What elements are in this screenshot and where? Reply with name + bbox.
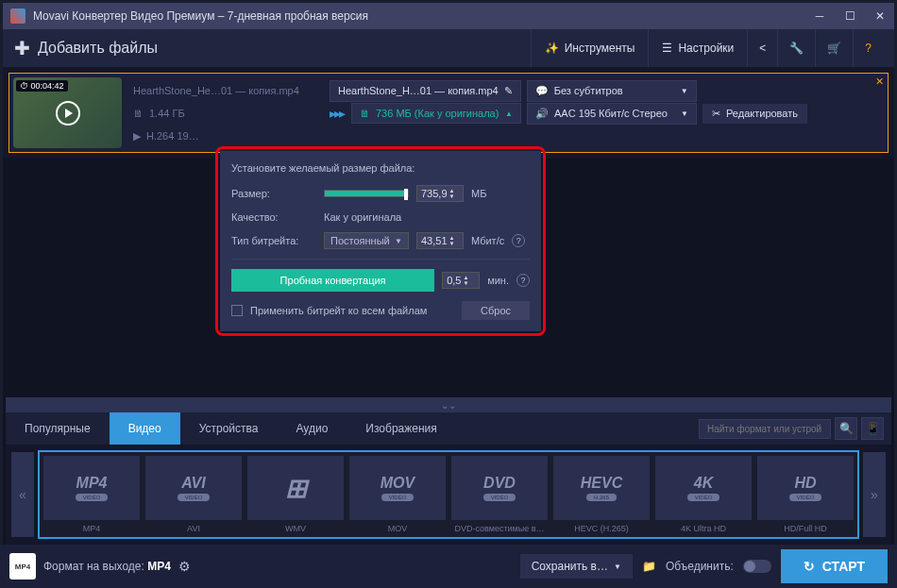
- refresh-icon: ↻: [804, 559, 815, 574]
- output-format-label: Формат на выходе: MP4: [43, 560, 171, 573]
- output-settings-button[interactable]: ⚙: [178, 559, 191, 574]
- format-card-avi[interactable]: AVIVIDEOAVI: [145, 456, 242, 533]
- arrows-icon: ▸▸▸: [330, 106, 344, 121]
- search-icon: 🔍: [839, 422, 854, 435]
- hamburger-icon: ☰: [662, 42, 672, 55]
- merge-toggle[interactable]: [743, 560, 771, 573]
- format-card-4k[interactable]: 4KVIDEO4K Ultra HD: [655, 456, 752, 533]
- subtitle-icon: 💬: [535, 85, 549, 97]
- edit-button[interactable]: ✂ Редактировать: [702, 104, 807, 124]
- quality-value: Как у оригинала: [324, 211, 401, 223]
- footer: MP4 Формат на выходе: MP4 ⚙ Сохранить в……: [0, 545, 897, 588]
- help-icon[interactable]: ?: [512, 234, 525, 247]
- plus-icon: ✚: [14, 37, 30, 59]
- chevron-down-icon: ⌄⌄: [441, 400, 456, 411]
- scroll-left-button[interactable]: «: [11, 452, 34, 537]
- save-to-select[interactable]: Сохранить в… ▼: [520, 554, 633, 579]
- add-files-label: Добавить файлы: [38, 40, 158, 57]
- format-card-dvd[interactable]: DVDVIDEODVD-совместимые в…: [451, 456, 548, 533]
- source-filename: HearthStone_He…01 — копия.mp4: [133, 85, 322, 96]
- tab-devices[interactable]: Устройства: [180, 412, 278, 445]
- output-filename[interactable]: HearthStone_H…01 — копия.mp4 ✎: [330, 80, 521, 102]
- scroll-right-button[interactable]: »: [863, 452, 886, 537]
- duration-badge: ⏱ 00:04:42: [16, 80, 68, 92]
- source-size: 🗎1.44 ГБ: [133, 108, 322, 119]
- format-card-mp4[interactable]: MP4VIDEOMP4: [43, 456, 140, 533]
- output-size-select[interactable]: 🗎 736 МБ (Как у оригинала) ▲: [351, 103, 521, 124]
- apply-all-checkbox[interactable]: [231, 305, 243, 316]
- wand-icon: ✨: [545, 42, 559, 55]
- bitrate-input[interactable]: 43,51▲▼: [416, 232, 464, 249]
- format-card-mov[interactable]: MOVVIDEOMOV: [349, 456, 446, 533]
- speaker-icon: 🔊: [535, 108, 549, 120]
- reset-button[interactable]: Сброс: [462, 301, 530, 320]
- quality-label: Качество:: [231, 211, 316, 223]
- help-icon: ?: [865, 42, 872, 55]
- merge-label: Объединить:: [666, 560, 734, 573]
- trial-duration-input[interactable]: 0,5▲▼: [442, 272, 480, 289]
- bitrate-type-label: Тип битрейта:: [231, 235, 316, 246]
- chevron-down-icon: ▼: [681, 87, 688, 95]
- file-icon: 🗎: [133, 108, 144, 119]
- search-button[interactable]: 🔍: [835, 417, 857, 440]
- size-label: Размер:: [231, 188, 316, 199]
- window-title: Movavi Конвертер Видео Премиум – 7-дневн…: [33, 9, 813, 23]
- duration-unit: мин.: [487, 275, 509, 286]
- close-row-button[interactable]: ✕: [875, 76, 884, 88]
- menubar: ✚ Добавить файлы ✨ Инструменты ☰ Настрой…: [3, 29, 894, 67]
- bitrate-unit: Мбит/с: [471, 235, 504, 246]
- cart-button[interactable]: 🛒: [815, 29, 853, 67]
- maximize-button[interactable]: ☐: [843, 9, 856, 23]
- collapse-bar[interactable]: ⌄⌄: [6, 397, 891, 412]
- chevron-down-icon: ▼: [681, 109, 688, 118]
- formats-list: MP4VIDEOMP4 AVIVIDEOAVI ⊞WMV MOVVIDEOMOV…: [38, 450, 859, 539]
- scissors-icon: ✂: [712, 108, 720, 120]
- size-input[interactable]: 735,9▲▼: [416, 185, 464, 202]
- output-format-icon: MP4: [9, 553, 36, 580]
- format-search-input[interactable]: [699, 419, 831, 439]
- minimize-button[interactable]: ─: [813, 9, 826, 23]
- popup-title: Установите желаемый размер файла:: [231, 162, 530, 174]
- file-icon: 🗎: [360, 108, 370, 119]
- share-icon: <: [759, 42, 766, 55]
- pencil-icon: ✎: [504, 85, 513, 97]
- help-button[interactable]: ?: [853, 29, 883, 67]
- titlebar: Movavi Конвертер Видео Премиум – 7-дневн…: [3, 3, 894, 29]
- cart-icon: 🛒: [827, 42, 841, 55]
- key-icon: 🔧: [789, 42, 804, 55]
- add-files-button[interactable]: ✚ Добавить файлы: [14, 37, 158, 59]
- chevron-up-icon: ▲: [505, 109, 513, 118]
- close-button[interactable]: ✕: [873, 9, 887, 23]
- video-thumbnail[interactable]: ⏱ 00:04:42: [13, 77, 122, 148]
- device-detect-button[interactable]: 📱: [861, 417, 884, 440]
- size-unit: МБ: [471, 188, 486, 199]
- tab-popular[interactable]: Популярные: [6, 412, 110, 445]
- trial-convert-button[interactable]: Пробная конвертация: [231, 269, 434, 292]
- format-card-wmv[interactable]: ⊞WMV: [247, 456, 344, 533]
- help-icon[interactable]: ?: [516, 274, 530, 287]
- size-slider[interactable]: [324, 190, 409, 197]
- filesize-popup: Установите желаемый размер файла: Размер…: [220, 151, 541, 331]
- tab-images[interactable]: Изображения: [347, 412, 455, 445]
- format-card-hd[interactable]: HDVIDEOHD/Full HD: [757, 456, 854, 533]
- format-card-hevc[interactable]: HEVCH.265HEVC (H.265): [553, 456, 650, 533]
- codec-icon: ▶: [133, 130, 141, 143]
- device-icon: 📱: [866, 422, 880, 435]
- settings-menu[interactable]: ☰ Настройки: [648, 29, 747, 67]
- apply-all-label: Применить битрейт ко всем файлам: [250, 305, 454, 316]
- tools-menu[interactable]: ✨ Инструменты: [531, 29, 649, 67]
- file-row: ✕ ⏱ 00:04:42 HearthStone_He…01 — копия.m…: [8, 73, 889, 153]
- key-button[interactable]: 🔧: [777, 29, 815, 67]
- folder-button[interactable]: 📁: [642, 560, 656, 573]
- play-icon: [56, 101, 80, 126]
- format-tabs: Популярные Видео Устройства Аудио Изобра…: [6, 412, 891, 445]
- audio-select[interactable]: 🔊 AAC 195 Кбит/с Стерео ▼: [527, 103, 697, 125]
- source-codec: ▶H.264 19…: [133, 130, 322, 143]
- start-button[interactable]: ↻СТАРТ: [781, 549, 888, 583]
- app-icon: [10, 8, 25, 24]
- tab-video[interactable]: Видео: [110, 412, 180, 445]
- share-button[interactable]: <: [747, 29, 777, 67]
- tab-audio[interactable]: Аудио: [277, 412, 347, 445]
- subtitles-select[interactable]: 💬 Без субтитров ▼: [527, 80, 697, 102]
- bitrate-type-select[interactable]: Постоянный▼: [324, 232, 409, 249]
